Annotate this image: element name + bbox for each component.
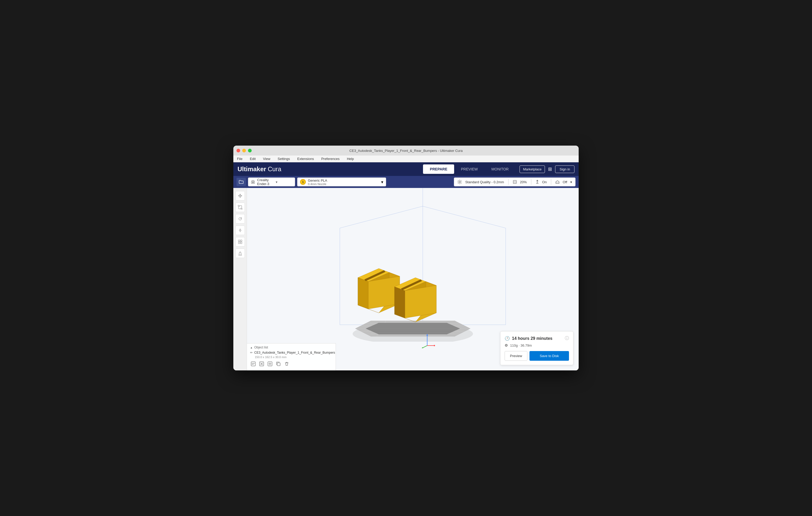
main-content: ▲ Object list ✏ CE3_Autodesk_Tanks_Playe… <box>233 188 579 370</box>
svg-rect-1 <box>252 180 254 181</box>
print-material-text: 110g · 36.79m <box>510 343 532 347</box>
object-panel: ▲ Object list ✏ CE3_Autodesk_Tanks_Playe… <box>247 343 336 370</box>
material-sub: 0.4mm Nozzle <box>308 182 379 186</box>
minimize-button[interactable] <box>242 149 246 152</box>
svg-rect-4 <box>513 180 516 183</box>
viewport[interactable]: ▲ Object list ✏ CE3_Autodesk_Tanks_Playe… <box>247 188 579 370</box>
preview-button[interactable]: Preview <box>504 351 527 361</box>
nozzle-icon: 1 <box>300 179 306 185</box>
support-tool-button[interactable] <box>235 249 245 258</box>
printer-selector[interactable]: Creality Ender-3 ▾ <box>248 178 295 186</box>
menu-help[interactable]: Help <box>345 156 355 161</box>
edit-icon[interactable]: ✏ <box>250 351 253 355</box>
adhesion-label: Off <box>563 180 567 184</box>
menu-edit[interactable]: Edit <box>248 156 257 161</box>
tab-preview[interactable]: PREVIEW <box>454 164 485 174</box>
svg-rect-2 <box>252 182 254 183</box>
object-list-label: Object list <box>254 345 268 349</box>
sign-in-button[interactable]: Sign in <box>555 165 575 173</box>
svg-line-14 <box>423 206 506 228</box>
menu-preferences[interactable]: Preferences <box>320 156 341 161</box>
svg-rect-58 <box>277 363 280 366</box>
svg-marker-39 <box>358 278 368 309</box>
delete-btn[interactable] <box>284 361 290 368</box>
grid-icon[interactable]: ⊞ <box>547 165 553 173</box>
material-chevron: ▾ <box>381 180 383 185</box>
adhesion-icon <box>555 180 559 184</box>
rotate-tool-button[interactable] <box>235 214 245 223</box>
svg-rect-9 <box>240 240 242 242</box>
svg-point-3 <box>459 181 460 183</box>
window-title: CE3_Autodesk_Tanks_Player_1_Front_&_Rear… <box>349 149 463 153</box>
support-enforcer-btn[interactable] <box>267 361 273 368</box>
close-button[interactable] <box>236 149 240 152</box>
mirror-tool-button[interactable] <box>235 225 245 235</box>
infill-icon <box>513 180 517 184</box>
open-folder-button[interactable] <box>236 178 246 186</box>
print-panel: 🕐 14 hours 29 minutes ⓘ ⚙ 110g · 36.79m … <box>500 331 573 365</box>
svg-rect-7 <box>241 208 242 209</box>
svg-rect-8 <box>238 240 240 242</box>
move-tool-button[interactable] <box>235 191 245 201</box>
svg-rect-10 <box>238 242 240 244</box>
axes-indicator <box>419 333 435 348</box>
object-dimensions: 150.0 x 162.5 x 30.0 mm <box>255 356 332 359</box>
printer-name: Creality Ender-3 <box>257 178 273 186</box>
object-item: ✏ CE3_Autodesk_Tanks_Player_1_Front_&_Re… <box>250 351 332 355</box>
app-logo: Ultimaker Cura <box>237 165 281 173</box>
print-weight-row: ⚙ 110g · 36.79m <box>504 343 569 347</box>
settings-section[interactable]: Standard Quality - 0.2mm 20% On Off ▾ <box>454 178 576 186</box>
duplicate-btn[interactable] <box>275 361 282 368</box>
marketplace-button[interactable]: Marketplace <box>520 165 545 173</box>
svg-marker-50 <box>427 334 428 336</box>
select-per-model-btn[interactable] <box>250 361 256 368</box>
menu-settings[interactable]: Settings <box>276 156 291 161</box>
nav-tabs: PREPARE PREVIEW MONITOR <box>423 164 515 174</box>
arrange-tool-button[interactable] <box>235 237 245 246</box>
sep1 <box>508 179 509 185</box>
material-info: Generic PLA 0.4mm Nozzle <box>308 179 379 186</box>
print-time-text: 14 hours 29 minutes <box>512 336 563 341</box>
print-actions: Preview Save to Disk <box>504 351 569 361</box>
nav-bar: Ultimaker Cura PREPARE PREVIEW MONITOR M… <box>233 162 579 176</box>
toolbar: Creality Ender-3 ▾ 1 Generic PLA 0.4mm N… <box>233 176 579 188</box>
info-icon[interactable]: ⓘ <box>565 336 569 341</box>
tab-monitor[interactable]: MONITOR <box>485 164 516 174</box>
tab-prepare[interactable]: PREPARE <box>423 164 454 174</box>
menu-view[interactable]: View <box>261 156 272 161</box>
logo-bold: Ultimaker <box>237 165 266 173</box>
svg-line-13 <box>340 206 423 228</box>
nav-right: Marketplace ⊞ Sign in <box>520 165 575 173</box>
material-selector[interactable]: 1 Generic PLA 0.4mm Nozzle ▾ <box>297 178 386 186</box>
printer-chevron: ▾ <box>276 180 292 184</box>
svg-marker-47 <box>405 285 436 318</box>
svg-marker-45 <box>395 287 405 318</box>
title-bar: CE3_Autodesk_Tanks_Player_1_Front_&_Rear… <box>233 146 579 155</box>
svg-rect-11 <box>240 242 242 244</box>
traffic-lights <box>236 149 252 152</box>
material-name: Generic PLA <box>308 179 379 182</box>
logo-light: Cura <box>268 165 281 173</box>
quality-label: Standard Quality - 0.2mm <box>465 180 504 184</box>
sep3 <box>551 179 551 185</box>
menu-extensions[interactable]: Extensions <box>296 156 316 161</box>
maximize-button[interactable] <box>248 149 252 152</box>
support-blocker-btn[interactable] <box>258 361 265 368</box>
save-to-disk-button[interactable]: Save to Disk <box>529 351 569 361</box>
svg-rect-55 <box>251 362 255 366</box>
scale-tool-button[interactable] <box>235 203 245 212</box>
print-time-row: 🕐 14 hours 29 minutes ⓘ <box>504 336 569 341</box>
collapse-icon[interactable]: ▲ <box>250 346 253 349</box>
object-panel-header: ▲ Object list <box>250 345 332 349</box>
sep2 <box>531 179 531 185</box>
3d-object-svg <box>340 258 486 342</box>
infill-label: 20% <box>520 180 527 184</box>
menu-file[interactable]: File <box>235 156 244 161</box>
support-icon <box>535 180 539 184</box>
settings-icon <box>457 180 462 184</box>
svg-marker-52 <box>434 345 435 346</box>
support-label: On <box>542 180 547 184</box>
weight-icon: ⚙ <box>504 343 508 347</box>
settings-chevron: ▾ <box>570 180 572 184</box>
left-toolbar <box>233 188 247 370</box>
